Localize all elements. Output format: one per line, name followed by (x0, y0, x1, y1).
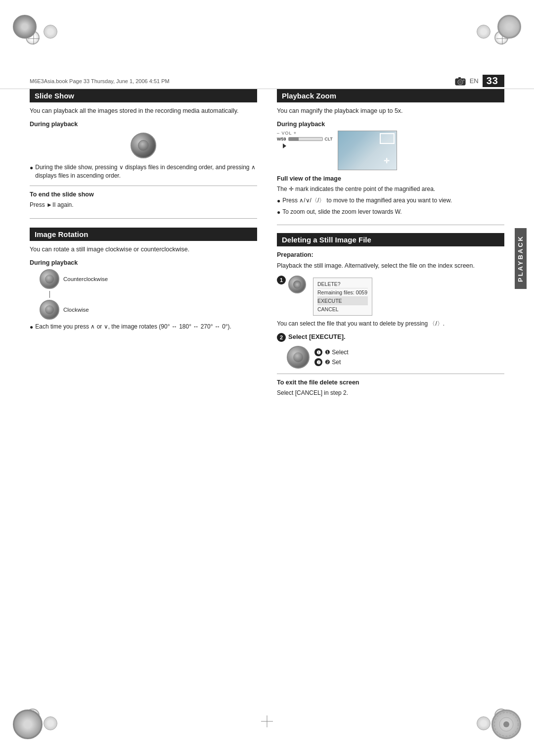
execute-row: EXECUTE (317, 297, 368, 305)
step1-row: 1 DELETE? Remaining files: (277, 276, 504, 316)
clt-label: CLT (325, 137, 333, 142)
playback-zoom-section: Playback Zoom You can magnify the playba… (277, 89, 504, 217)
select-button-circle (287, 346, 310, 369)
zoom-center-mark: ✛ (384, 157, 390, 165)
gear-svg (493, 711, 520, 738)
rotation-bullet1: ● Each time you press ∧ or ∨, the image … (30, 323, 257, 331)
select-number-1: ❶ (314, 348, 322, 356)
playback-zoom-intro: You can magnify the playback image up to… (277, 106, 504, 116)
file-info: M6E3Asia.book Page 33 Thursday, June 1, … (30, 78, 455, 84)
zoom-bar (288, 137, 323, 141)
deco-gear-tr (497, 15, 521, 39)
select-button-inner (293, 352, 303, 362)
slide-show-bullet1-text: During the slide show, pressing ∨ displa… (35, 163, 257, 181)
prep-label: Preparation: (277, 251, 504, 258)
header-bar: M6E3Asia.book Page 33 Thursday, June 1, … (0, 73, 534, 89)
step1-circle: 1 (277, 276, 286, 284)
svg-rect-3 (458, 77, 461, 79)
bullet-dot-1: ● (30, 164, 33, 181)
zoom-arrow-container (283, 142, 333, 150)
deleting-header: Deleting a Still Image File (277, 233, 504, 246)
prep-text: Playback the still image. Alternatively,… (277, 261, 504, 271)
page-number: 33 (483, 75, 504, 87)
svg-point-2 (459, 81, 462, 84)
image-rotation-during-label: During playback (30, 259, 257, 266)
delete-label-row: DELETE? (317, 280, 368, 288)
select-label-text: ❶ Select (325, 349, 349, 356)
image-rotation-section: Image Rotation You can rotate a still im… (30, 228, 257, 331)
step2-circle: 2 (277, 333, 286, 342)
select-number-2: ❷ (314, 358, 322, 366)
deco-gear-tl (13, 15, 37, 39)
step1-button-inner (293, 281, 301, 288)
bottom-center-crosshair (261, 715, 273, 727)
playback-sidebar-label: PLAYBACK (515, 228, 527, 289)
slide-show-header: Slide Show (30, 89, 257, 102)
deco-gear-bl (13, 709, 43, 739)
cancel-row: CANCEL (317, 305, 368, 313)
rotation-connector (49, 291, 50, 298)
rotation-inner-ccw (45, 275, 54, 284)
step1-content: DELETE? Remaining files: 0059 EXECUTE CA… (288, 276, 372, 316)
to-end-text: Press ►II again. (30, 201, 257, 209)
deco-circle-bl (44, 716, 57, 730)
slide-show-section: Slide Show You can playback all the imag… (30, 89, 257, 209)
counterclockwise-row: Counterclockwise (40, 269, 257, 289)
en-label: EN (470, 77, 479, 85)
step1-button-circle (288, 276, 306, 293)
w59-label: W59 (277, 137, 286, 142)
set-label-row: ❷ ❷ Set (314, 358, 349, 366)
zoom-bullet2: ● To zoom out, slide the zoom lever towa… (277, 208, 504, 217)
bullet-dot-rot: ● (30, 323, 33, 331)
zoom-preview-area: – VOL + W59 CLT (277, 131, 504, 170)
deco-circle-tl (44, 25, 57, 39)
bottom-center-reg (261, 715, 273, 727)
select-button-area: ❶ ❶ Select ❷ ❷ Set (277, 346, 504, 369)
remaining-label: Remaining files: (317, 289, 355, 295)
zoom-bullet1-text: Press ∧/∨/〈/〉 to move to the magnified a… (282, 196, 452, 205)
scroll-button-inner (138, 140, 149, 151)
camera-icon (455, 77, 466, 86)
content-area: Slide Show You can playback all the imag… (30, 89, 504, 657)
full-view-label: Full view of the image (277, 175, 504, 182)
select-label-row: ❶ ❶ Select (314, 348, 349, 356)
remaining-value: 0059 (356, 289, 367, 295)
step2-row: 2 Select [EXECUTE]. (277, 333, 504, 342)
right-column: Playback Zoom You can magnify the playba… (277, 89, 504, 397)
zoom-control-widget: – VOL + W59 CLT (277, 131, 333, 150)
deleting-section: Deleting a Still Image File Preparation:… (277, 233, 504, 398)
left-column: Slide Show You can playback all the imag… (30, 89, 257, 397)
step1-text: You can select the file that you want to… (277, 320, 504, 328)
rotation-inner-cw (45, 305, 54, 314)
counterclockwise-label: Counterclockwise (63, 276, 108, 282)
set-label-text: ❷ Set (325, 359, 341, 366)
playback-zoom-during-label: During playback (277, 121, 504, 128)
slide-show-during-label: During playback (30, 121, 257, 128)
remaining-row: Remaining files: 0059 (317, 288, 368, 297)
delete-dialog: DELETE? Remaining files: 0059 EXECUTE CA… (313, 278, 372, 316)
playback-zoom-header: Playback Zoom (277, 89, 504, 102)
two-column-layout: Slide Show You can playback all the imag… (30, 89, 504, 397)
deco-circle-tr (477, 25, 490, 39)
scroll-button-circle (131, 133, 156, 158)
zoom-bullet1: ● Press ∧/∨/〈/〉 to move to the magnified… (277, 196, 504, 205)
rotation-circle-cw (40, 300, 59, 320)
rotation-illustration: Counterclockwise Clockwise (40, 269, 257, 320)
crosshair-h (261, 721, 273, 722)
zoom-bar-fill (289, 138, 299, 141)
clockwise-label: Clockwise (63, 307, 89, 313)
bullet-dot-z2: ● (277, 208, 280, 217)
zoom-arrow-icon (283, 143, 286, 148)
divider-exit (277, 374, 504, 374)
bullet-dot-z1: ● (277, 197, 280, 205)
scroll-button-illustration (30, 133, 257, 158)
full-view-desc: The ✛ mark indicates the centre point of… (277, 185, 504, 193)
svg-point-4 (463, 79, 464, 81)
deco-circle-br (477, 716, 490, 730)
vol-label: – VOL + (277, 131, 333, 136)
select-btn-wrapper: ❶ ❶ Select ❷ ❷ Set (287, 346, 349, 369)
deco-gear-br (491, 709, 521, 739)
zoom-preview-image: ✛ (338, 131, 397, 170)
divider-mid (30, 218, 257, 219)
clockwise-row: Clockwise (40, 300, 257, 320)
